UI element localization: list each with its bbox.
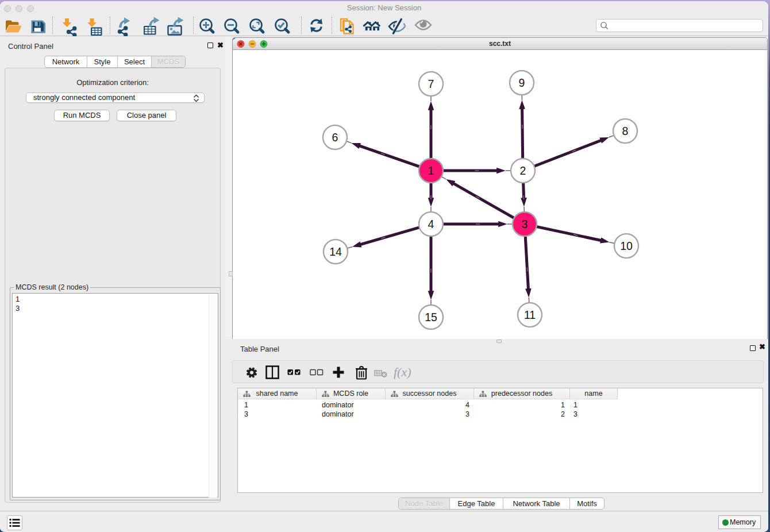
svg-text:9: 9 <box>519 76 525 89</box>
svg-text:2: 2 <box>520 164 526 177</box>
svg-text:11: 11 <box>524 309 536 321</box>
svg-text:4: 4 <box>428 218 434 230</box>
svg-text:15: 15 <box>425 311 437 323</box>
svg-text:3: 3 <box>522 218 528 230</box>
svg-text:f(x): f(x) <box>394 365 411 379</box>
svg-text:1: 1 <box>428 164 434 177</box>
svg-text:10: 10 <box>620 240 633 252</box>
svg-text:8: 8 <box>622 125 629 137</box>
svg-text:7: 7 <box>428 78 434 90</box>
svg-text:6: 6 <box>332 131 338 144</box>
svg-text:14: 14 <box>329 245 342 258</box>
